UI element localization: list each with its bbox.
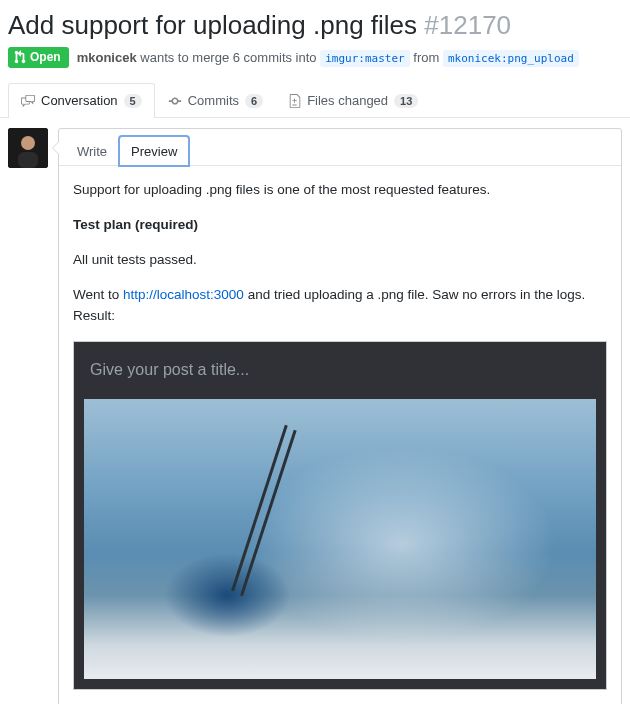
tab-commits[interactable]: Commits 6 xyxy=(155,83,276,118)
pr-title-text: Add support for uploading .png files xyxy=(8,10,417,40)
tab-conversation[interactable]: Conversation 5 xyxy=(8,83,155,118)
state-label: Open xyxy=(30,50,61,64)
state-badge-open: Open xyxy=(8,47,69,68)
git-pull-request-icon xyxy=(14,50,26,64)
tab-files-label: Files changed xyxy=(307,93,388,108)
pr-meta: Open mkonicek wants to merge 6 commits i… xyxy=(8,47,622,68)
editor-tab-write[interactable]: Write xyxy=(65,136,119,166)
base-branch-chip[interactable]: imgur:master xyxy=(320,50,409,67)
comment-p1: Support for uploading .png files is one … xyxy=(73,180,607,201)
tab-files[interactable]: Files changed 13 xyxy=(276,83,431,118)
pr-author[interactable]: mkonicek xyxy=(77,50,137,65)
tab-commits-label: Commits xyxy=(188,93,239,108)
embed-title-placeholder: Give your post a title... xyxy=(74,342,606,399)
comment-p2: All unit tests passed. xyxy=(73,250,607,271)
pr-merge-summary: mkonicek wants to merge 6 commits into i… xyxy=(77,50,579,65)
comment-discussion-icon xyxy=(21,94,35,108)
embedded-screenshot: Give your post a title... xyxy=(73,341,607,690)
comment-preview-body: Support for uploading .png files is one … xyxy=(59,166,621,704)
comment-heading: Test plan (required) xyxy=(73,217,198,232)
svg-point-1 xyxy=(21,136,35,150)
editor-tab-preview[interactable]: Preview xyxy=(119,136,189,166)
tab-commits-count: 6 xyxy=(245,94,263,108)
head-branch-chip[interactable]: mkonicek:png_upload xyxy=(443,50,579,67)
comment-editor: Write Preview Support for uploading .png… xyxy=(58,128,622,704)
tab-conversation-count: 5 xyxy=(124,94,142,108)
uploaded-image-preview xyxy=(84,399,596,679)
svg-rect-2 xyxy=(18,152,38,168)
localhost-link[interactable]: http://localhost:3000 xyxy=(123,287,244,302)
pr-title: Add support for uploading .png files #12… xyxy=(8,10,622,41)
comment-p3: Went to http://localhost:3000 and tried … xyxy=(73,285,607,327)
git-commit-icon xyxy=(168,94,182,108)
file-diff-icon xyxy=(289,94,301,108)
editor-tabs: Write Preview xyxy=(59,129,621,166)
avatar[interactable] xyxy=(8,128,48,168)
pr-tabs: Conversation 5 Commits 6 Files changed 1… xyxy=(0,82,630,118)
tab-conversation-label: Conversation xyxy=(41,93,118,108)
tab-files-count: 13 xyxy=(394,94,418,108)
pr-number: #12170 xyxy=(424,10,511,40)
